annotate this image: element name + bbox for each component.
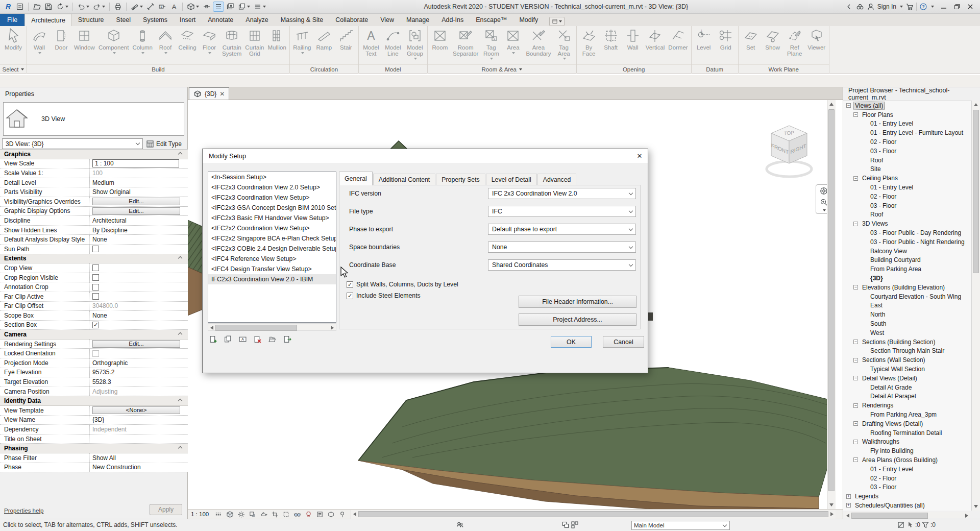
ribbon-tab-massing-site[interactable]: Massing & Site bbox=[275, 14, 329, 26]
setup-item-1[interactable]: <IFC2x3 Coordination View 2.0 Setup> bbox=[208, 182, 336, 192]
property-value[interactable]: By Discipline bbox=[90, 226, 188, 235]
duplicate-setup-icon[interactable] bbox=[223, 334, 233, 344]
tree-item-courtyard-elevation-south-wing[interactable]: Courtyard Elevation - South Wing bbox=[843, 292, 971, 301]
checkbox[interactable] bbox=[92, 284, 99, 291]
dialog-tab-general[interactable]: General bbox=[339, 172, 373, 185]
apply-button[interactable]: Apply bbox=[150, 504, 182, 515]
ribbon-button-window[interactable]: Window bbox=[72, 27, 96, 64]
thin-lines-icon[interactable] bbox=[213, 2, 224, 11]
ribbon-button-ramp[interactable]: Ramp bbox=[313, 27, 335, 64]
view-scale-control[interactable]: 1 : 100 bbox=[191, 511, 209, 517]
checkbox[interactable] bbox=[92, 274, 99, 281]
tree-item-north[interactable]: North bbox=[843, 310, 971, 319]
export-setup-icon[interactable] bbox=[282, 334, 292, 344]
checkbox[interactable]: ✓ bbox=[347, 281, 353, 288]
ribbon-tab-systems[interactable]: Systems bbox=[137, 14, 174, 26]
tree-item-schedules-quantities-all-[interactable]: +Schedules/Quantities (all) bbox=[843, 501, 971, 510]
rename-setup-icon[interactable]: A bbox=[237, 334, 248, 344]
property-value[interactable]: Show Original bbox=[90, 187, 188, 197]
help-icon[interactable]: ? bbox=[919, 3, 927, 11]
property-value[interactable]: 5528.3 bbox=[90, 377, 188, 387]
properties-board-icon[interactable] bbox=[15, 2, 25, 11]
sign-in-label[interactable]: Sign In bbox=[877, 3, 896, 10]
setup-item-0[interactable]: <In-Session Setup> bbox=[208, 172, 336, 182]
collapse-node-icon[interactable]: − bbox=[853, 457, 858, 462]
canvas-horizontal-scrollbar[interactable] bbox=[351, 510, 836, 519]
tree-item-building-courtyard[interactable]: Building Courtyard bbox=[843, 256, 971, 265]
ribbon-button-ceiling[interactable]: Ceiling bbox=[177, 27, 198, 64]
type-selector[interactable]: 3D View bbox=[3, 102, 184, 136]
collapse-node-icon[interactable]: − bbox=[853, 340, 858, 344]
cart-icon[interactable] bbox=[905, 3, 914, 11]
tree-item-sections-wall-section-[interactable]: −Sections (Wall Section) bbox=[843, 355, 971, 365]
dialog-title-bar[interactable]: Modify Setup ✕ bbox=[203, 149, 648, 163]
tree-item-detail-at-grade[interactable]: Detail At Grade bbox=[843, 383, 971, 392]
ribbon-button-floor[interactable]: Floor bbox=[199, 27, 220, 64]
vc-crop-icon[interactable] bbox=[270, 510, 279, 519]
file-header-information-button[interactable]: File Header Information... bbox=[519, 296, 636, 308]
property-value[interactable]: Orthographic bbox=[90, 358, 188, 368]
tree-item-03-floor[interactable]: 03 - Floor bbox=[843, 201, 971, 210]
collapse-node-icon[interactable]: − bbox=[853, 112, 858, 117]
checkbox[interactable] bbox=[92, 350, 99, 357]
switch-windows-icon[interactable] bbox=[237, 2, 251, 11]
setup-item-10[interactable]: IFC2x3 Coordination View 2.0 - IBIM bbox=[208, 274, 336, 284]
dialog-dropdown-coordinate-base[interactable]: Shared Coordinates bbox=[488, 259, 636, 271]
ribbon-button-model-text[interactable]: AModel Text bbox=[360, 27, 382, 64]
ribbon-button-ref-plane[interactable]: Ref Plane bbox=[784, 27, 805, 64]
ribbon-button-tag-room[interactable]: 1Tag Room bbox=[480, 27, 502, 64]
open-folder-icon[interactable] bbox=[32, 2, 42, 11]
setup-item-3[interactable]: <IFC2x3 GSA Concept Design BIM 2010 Setu… bbox=[208, 203, 336, 213]
property-value[interactable]: None bbox=[90, 235, 188, 244]
tree-item-roof[interactable]: Roof bbox=[843, 210, 971, 220]
ribbon-button-model-group[interactable]: Model Group bbox=[404, 27, 426, 64]
property-value[interactable]: Medium bbox=[90, 178, 188, 187]
restore-button[interactable] bbox=[951, 2, 963, 11]
ribbon-button-dormer[interactable]: Dormer bbox=[667, 27, 689, 64]
tree-item-03-floor-public-day-rendering[interactable]: 03 - Floor Public - Day Rendering bbox=[843, 228, 971, 237]
ribbon-button-curtain-grid[interactable]: Curtain Grid bbox=[243, 27, 265, 64]
ribbon-button-grid[interactable]: Grid bbox=[715, 27, 737, 64]
ribbon-button-vertical[interactable]: Vertical bbox=[644, 27, 667, 64]
ribbon-tab-modify[interactable]: Modify bbox=[513, 14, 544, 26]
sign-in-caret-icon[interactable] bbox=[900, 6, 903, 8]
tree-item-01-entry-level[interactable]: 01 - Entry Level bbox=[843, 119, 971, 129]
vc-reveal-icon[interactable] bbox=[304, 510, 313, 519]
expand-node-icon[interactable]: + bbox=[846, 503, 851, 508]
tree-item-02-floor[interactable]: 02 - Floor bbox=[843, 474, 971, 483]
checkbox[interactable] bbox=[92, 246, 99, 252]
ribbon-button-railing[interactable]: Railing bbox=[291, 27, 313, 64]
tree-item-east[interactable]: East bbox=[843, 301, 971, 310]
collapse-node-icon[interactable]: − bbox=[853, 222, 858, 226]
properties-filter-combo[interactable]: 3D View: {3D} bbox=[2, 138, 143, 149]
property-value[interactable] bbox=[90, 349, 188, 358]
tree-item-03-floor-public-night-rendering[interactable]: 03 - Floor Public - Night Rendering bbox=[843, 237, 971, 247]
close-hidden-windows-icon[interactable] bbox=[225, 2, 235, 11]
tree-item-area-plans-gross-building-[interactable]: −Area Plans (Gross Building) bbox=[843, 455, 971, 465]
tree-item-section-through-main-stair[interactable]: Section Through Main Stair bbox=[843, 347, 971, 356]
ribbon-button-room-separator[interactable]: Room Separator bbox=[451, 27, 480, 64]
checkbox[interactable]: ✓ bbox=[347, 293, 353, 299]
vc-hide-icon[interactable] bbox=[292, 510, 302, 519]
tree-item-3d-views[interactable]: −3D Views bbox=[843, 219, 971, 228]
collapse-node-icon[interactable]: − bbox=[853, 358, 858, 363]
edit-type-button[interactable]: Edit Type bbox=[146, 140, 182, 148]
tree-item-typical-wall-section[interactable]: Typical Wall Section bbox=[843, 365, 971, 374]
dropdown-caret-icon[interactable] bbox=[38, 52, 41, 54]
measure-icon[interactable] bbox=[130, 2, 144, 11]
dropdown-caret-icon[interactable] bbox=[414, 58, 417, 60]
tree-item-site[interactable]: Site bbox=[843, 165, 971, 174]
tree-item-south[interactable]: South bbox=[843, 319, 971, 328]
tree-item-legends[interactable]: +Legends bbox=[843, 492, 971, 501]
close-button[interactable] bbox=[965, 2, 976, 11]
property-value[interactable]: {3D} bbox=[90, 416, 188, 425]
ribbon-button-curtain-system[interactable]: Curtain System bbox=[220, 27, 243, 64]
property-value[interactable]: ✓ bbox=[90, 321, 188, 330]
ribbon-panel-label[interactable]: Select bbox=[0, 64, 27, 74]
tree-item-roof[interactable]: Roof bbox=[843, 156, 971, 165]
ribbon-button-wall[interactable]: Wall bbox=[622, 27, 644, 64]
active-design-option-combo[interactable]: Main Model bbox=[631, 521, 730, 530]
dropdown-caret-icon[interactable] bbox=[512, 52, 515, 54]
ribbon-tab-enscape-[interactable]: Enscape™ bbox=[470, 14, 513, 26]
search-binoculars-icon[interactable] bbox=[856, 3, 864, 11]
